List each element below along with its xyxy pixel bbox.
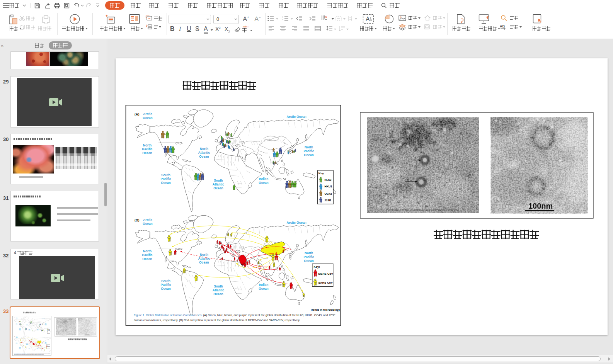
svg-text:A: A — [325, 15, 327, 19]
svg-text:A: A — [366, 16, 370, 22]
